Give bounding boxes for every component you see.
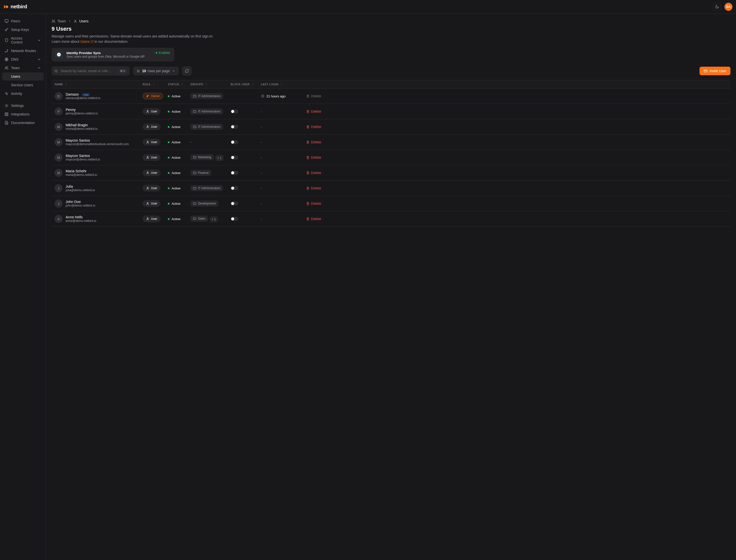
user-icon (146, 171, 149, 175)
user-name: Penny (66, 108, 76, 112)
idp-status: Enabled (156, 51, 170, 55)
breadcrumb-team[interactable]: Team (57, 19, 66, 23)
table-row[interactable]: M Maria Schehr maria@demo.netbird.io Use… (52, 165, 730, 181)
brand[interactable]: netbird (4, 4, 27, 10)
delete-button[interactable]: Delete (301, 171, 321, 175)
extra-groups-chip[interactable]: + 1 (210, 216, 218, 222)
delete-button[interactable]: Delete (301, 140, 321, 144)
table-row[interactable]: M Maycon Santos maycon@demo.netbird.io U… (52, 150, 730, 165)
search-box[interactable]: ⌘ K (52, 66, 130, 75)
sidebar-item-dns[interactable]: DNS (2, 55, 44, 63)
role-badge[interactable]: User (143, 154, 160, 161)
group-chip[interactable]: IT Administrators (190, 93, 223, 99)
table-row[interactable]: P Penny penny@demo.netbird.io User Activ… (52, 104, 730, 119)
column-groups[interactable]: GROUPS (190, 83, 231, 86)
groups-cell: IT Administrators (190, 124, 231, 130)
user-icon (146, 140, 149, 144)
column-status[interactable]: STATUS (168, 83, 190, 86)
delete-button[interactable]: Delete (301, 186, 321, 190)
sort-icon (152, 83, 155, 86)
sidebar-item-setup-keys[interactable]: Setup Keys (2, 26, 44, 34)
idp-sync-card[interactable]: Identity Provider Sync Sync users and gr… (52, 48, 174, 61)
table-row[interactable]: J John Doe john@demo.netbird.io User Act… (52, 196, 730, 211)
sidebar-item-users[interactable]: Users (2, 72, 44, 81)
trash-icon (306, 186, 310, 190)
user-avatar: J (55, 199, 63, 208)
key-icon (5, 28, 9, 32)
search-input[interactable] (60, 69, 116, 73)
bird-icon (146, 94, 149, 98)
sidebar-item-team[interactable]: Team (2, 64, 44, 72)
docs-link[interactable]: Users (80, 39, 93, 44)
refresh-button[interactable] (182, 66, 192, 75)
last-login: 21 hours ago (261, 94, 301, 98)
group-chip[interactable]: IT Administrators (190, 108, 223, 114)
block-user-toggle[interactable] (231, 171, 238, 175)
block-user-toggle[interactable] (231, 202, 238, 206)
delete-button[interactable]: Delete (301, 217, 321, 221)
role-badge[interactable]: User (143, 124, 160, 130)
block-user-toggle[interactable] (231, 109, 238, 113)
idp-subtitle: Sync users and groups from Okta, Microso… (66, 55, 145, 58)
role-badge[interactable]: User (143, 185, 160, 191)
column-last-login[interactable]: LAST LOGIN (261, 83, 301, 86)
column-name[interactable]: NAME (55, 83, 143, 86)
role-badge[interactable]: User (143, 139, 160, 145)
role-badge[interactable]: User (143, 200, 160, 207)
block-user-toggle[interactable] (231, 186, 238, 190)
delete-button[interactable]: Delete (301, 155, 321, 159)
sidebar-item-activity[interactable]: Activity (2, 90, 44, 98)
delete-button: Delete (301, 94, 321, 98)
column-role[interactable]: ROLE (143, 83, 168, 86)
sidebar-label: Service Users (11, 83, 33, 87)
group-chip[interactable]: Marketing (190, 154, 214, 160)
table-row[interactable]: A Anne Hells anne@demo.netbird.io User A… (52, 211, 730, 227)
sidebar-item-service-users[interactable]: Service Users (2, 81, 44, 89)
theme-toggle-button[interactable] (713, 3, 721, 11)
role-badge[interactable]: Owner (143, 93, 163, 99)
monitor-icon (5, 19, 9, 23)
block-user-toggle[interactable] (231, 155, 238, 159)
table-row[interactable]: M Mikhail Bragin misha@demo.netbird.io U… (52, 119, 730, 135)
user-icon (146, 125, 149, 129)
last-login: - (261, 202, 301, 206)
sidebar-item-settings[interactable]: Settings (2, 102, 44, 110)
trash-icon (306, 217, 310, 221)
sidebar-item-network-routes[interactable]: Network Routes (2, 47, 44, 55)
group-chip[interactable]: IT Administrators (190, 124, 223, 130)
extra-groups-chip[interactable]: + 1 (215, 155, 224, 161)
sidebar-label: Access Control (11, 36, 35, 44)
user-avatar: J (55, 184, 63, 192)
sidebar-item-access-control[interactable]: Access Control (2, 34, 44, 46)
sidebar-item-integrations[interactable]: Integrations (2, 110, 44, 118)
invite-user-button[interactable]: Invite User (700, 67, 730, 75)
block-user-toggle[interactable] (231, 125, 238, 129)
group-chip[interactable]: IT Administrators (190, 185, 223, 191)
users-table: NAME ROLE STATUS GROUPS BLOCK USER LAST … (52, 80, 730, 227)
role-badge[interactable]: User (143, 216, 160, 222)
block-user-toggle[interactable] (231, 217, 238, 221)
status-dot-icon (168, 141, 170, 143)
delete-button[interactable]: Delete (301, 109, 321, 113)
groups-cell: IT Administrators (190, 108, 231, 114)
group-chip[interactable]: Finance (190, 170, 211, 176)
delete-button[interactable]: Delete (301, 125, 321, 129)
sidebar-item-peers[interactable]: Peers (2, 17, 44, 25)
block-user-toggle[interactable] (231, 140, 238, 144)
sidebar-item-documentation[interactable]: Documentation (2, 119, 44, 127)
delete-button[interactable]: Delete (301, 202, 321, 206)
user-avatar: M (55, 153, 63, 162)
role-badge[interactable]: User (143, 108, 160, 115)
profile-avatar[interactable]: DA (724, 3, 732, 11)
column-block-user[interactable]: BLOCK USER (231, 83, 261, 86)
group-chip[interactable]: Sales (190, 216, 208, 222)
globe-icon (5, 57, 9, 61)
table-row[interactable]: J Julia julia@demo.netbird.io User Activ… (52, 181, 730, 196)
user-email: penny@demo.netbird.io (66, 112, 98, 115)
role-badge[interactable]: User (143, 170, 160, 176)
rows-per-page-select[interactable]: 10 rows per page (133, 67, 179, 75)
table-row[interactable]: M Maycon Santos maycon@demonetbirdoutloo… (52, 135, 730, 150)
group-chip[interactable]: Development (190, 201, 218, 207)
table-row[interactable]: D Damaso YOU damaso@demo.netbird.io Owne… (52, 89, 730, 104)
sidebar-label: Peers (11, 19, 20, 23)
